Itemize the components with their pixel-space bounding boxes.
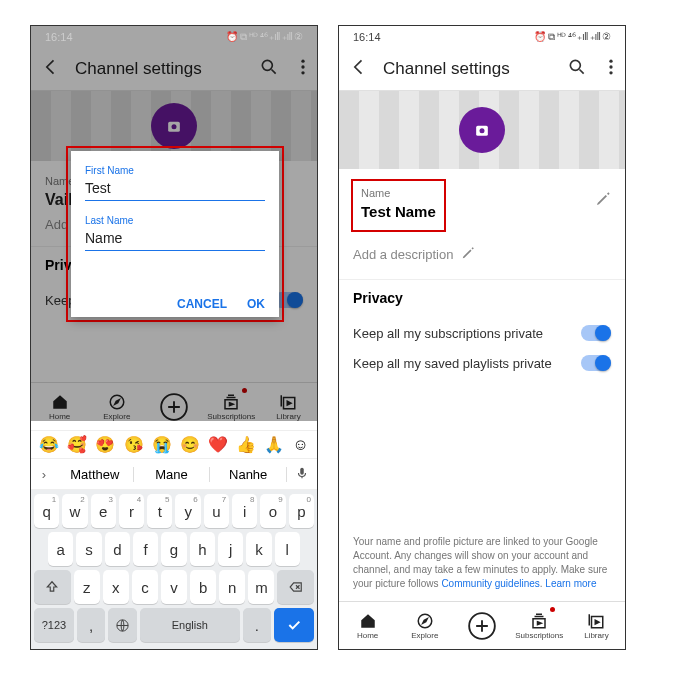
emoji[interactable]: 🥰 [67, 435, 87, 454]
back-icon[interactable] [349, 57, 369, 81]
key-n[interactable]: n [219, 570, 245, 604]
suggestion[interactable]: Matthew [57, 467, 134, 482]
emoji[interactable]: 😭 [152, 435, 172, 454]
key-j[interactable]: j [218, 532, 243, 566]
highlight-frame: Name Test Name [351, 179, 446, 232]
key-i[interactable]: i8 [232, 494, 257, 528]
period-key[interactable]: . [243, 608, 272, 642]
ok-button[interactable]: OK [247, 297, 265, 311]
key-r[interactable]: r4 [119, 494, 144, 528]
key-k[interactable]: k [246, 532, 271, 566]
key-y[interactable]: y6 [175, 494, 200, 528]
key-u[interactable]: u7 [204, 494, 229, 528]
nav-home[interactable]: Home [339, 602, 396, 649]
nav-library-label: Library [584, 631, 608, 640]
status-bar: 16:14 ⏰ ⧉ ᴴᴰ ⁴⁶ ₊ıll ₊ıll ② [31, 26, 317, 48]
key-l[interactable]: l [275, 532, 300, 566]
key-s[interactable]: s [76, 532, 101, 566]
suggestion-bar: › Matthew Mane Nanhe [31, 458, 317, 490]
nav-home-label: Home [357, 631, 378, 640]
enter-key[interactable] [274, 608, 314, 642]
description-placeholder: Add a description [353, 247, 453, 262]
nav-subscriptions[interactable]: Subscriptions [511, 602, 568, 649]
key-x[interactable]: x [103, 570, 129, 604]
highlight-frame: First Name Last Name CANCEL OK [66, 146, 284, 322]
status-indicators: ⏰ ⧉ ᴴᴰ ⁴⁶ ₊ıll ₊ıll ② [534, 31, 611, 43]
nav-subs-label: Subscriptions [515, 631, 563, 640]
key-g[interactable]: g [161, 532, 186, 566]
key-p[interactable]: p0 [289, 494, 314, 528]
key-o[interactable]: o9 [260, 494, 285, 528]
status-indicators: ⏰ ⧉ ᴴᴰ ⁴⁶ ₊ıll ₊ıll ② [226, 31, 303, 43]
key-m[interactable]: m [248, 570, 274, 604]
emoji-picker-icon[interactable]: ☺ [293, 436, 309, 454]
notification-dot-icon [550, 607, 555, 612]
status-time: 16:14 [353, 31, 381, 43]
shift-key[interactable] [34, 570, 71, 604]
emoji[interactable]: 🙏 [264, 435, 284, 454]
numbers-key[interactable]: ?123 [34, 608, 74, 642]
search-icon[interactable] [567, 57, 587, 81]
name-value: Test Name [361, 203, 436, 220]
key-z[interactable]: z [74, 570, 100, 604]
footnote: Your name and profile picture are linked… [339, 535, 625, 601]
key-a[interactable]: a [48, 532, 73, 566]
first-name-input[interactable] [85, 178, 265, 201]
key-t[interactable]: t5 [147, 494, 172, 528]
nav-explore[interactable]: Explore [396, 602, 453, 649]
key-v[interactable]: v [161, 570, 187, 604]
chevron-right-icon[interactable]: › [31, 467, 57, 482]
svg-point-14 [609, 65, 612, 68]
privacy-toggle[interactable] [581, 325, 611, 341]
nav-create[interactable] [453, 602, 510, 649]
nav-library[interactable]: Library [568, 602, 625, 649]
first-name-label: First Name [85, 165, 265, 176]
key-w[interactable]: w2 [62, 494, 87, 528]
suggestion[interactable]: Mane [134, 467, 211, 482]
privacy-row-subs: Keep all my subscriptions private [353, 318, 611, 348]
edit-name-icon[interactable] [595, 191, 611, 211]
community-guidelines-link[interactable]: Community guidelines [441, 578, 539, 589]
privacy-toggle[interactable] [581, 355, 611, 371]
privacy-heading: Privacy [353, 290, 611, 306]
more-icon[interactable] [601, 57, 615, 81]
nav-explore-label: Explore [411, 631, 438, 640]
first-name-field: First Name [85, 165, 265, 201]
description-row[interactable]: Add a description [339, 232, 625, 280]
globe-key[interactable] [108, 608, 137, 642]
key-b[interactable]: b [190, 570, 216, 604]
phone-right-screenshot: 16:14 ⏰ ⧉ ᴴᴰ ⁴⁶ ₊ıll ₊ıll ② Channel sett… [338, 25, 626, 650]
emoji[interactable]: 😘 [124, 435, 144, 454]
emoji[interactable]: 😂 [39, 435, 59, 454]
emoji[interactable]: 👍 [236, 435, 256, 454]
emoji[interactable]: ❤️ [208, 435, 228, 454]
svg-point-13 [609, 60, 612, 63]
key-c[interactable]: c [132, 570, 158, 604]
svg-rect-10 [300, 467, 304, 474]
last-name-input[interactable] [85, 228, 265, 251]
comma-key[interactable]: , [77, 608, 106, 642]
backspace-key[interactable] [277, 570, 314, 604]
privacy-row-label: Keep all my subscriptions private [353, 326, 543, 341]
cancel-button[interactable]: CANCEL [177, 297, 227, 311]
key-f[interactable]: f [133, 532, 158, 566]
space-key[interactable]: English [140, 608, 240, 642]
status-bar: 16:14 ⏰ ⧉ ᴴᴰ ⁴⁶ ₊ıll ₊ıll ② [339, 26, 625, 48]
app-header: Channel settings [339, 48, 625, 91]
channel-banner [339, 91, 625, 169]
edit-description-icon[interactable] [461, 246, 475, 263]
suggestion[interactable]: Nanhe [210, 467, 287, 482]
status-time: 16:14 [45, 31, 73, 43]
key-h[interactable]: h [190, 532, 215, 566]
key-d[interactable]: d [105, 532, 130, 566]
emoji-row: 😂 🥰 😍 😘 😭 😊 ❤️ 👍 🙏 ☺ [31, 430, 317, 458]
key-e[interactable]: e3 [91, 494, 116, 528]
page-title: Channel settings [383, 59, 553, 79]
avatar[interactable] [459, 107, 505, 153]
emoji[interactable]: 😍 [95, 435, 115, 454]
emoji[interactable]: 😊 [180, 435, 200, 454]
privacy-row-label: Keep all my saved playlists private [353, 356, 552, 371]
key-q[interactable]: q1 [34, 494, 59, 528]
learn-more-link[interactable]: Learn more [545, 578, 596, 589]
mic-icon[interactable] [287, 466, 317, 483]
